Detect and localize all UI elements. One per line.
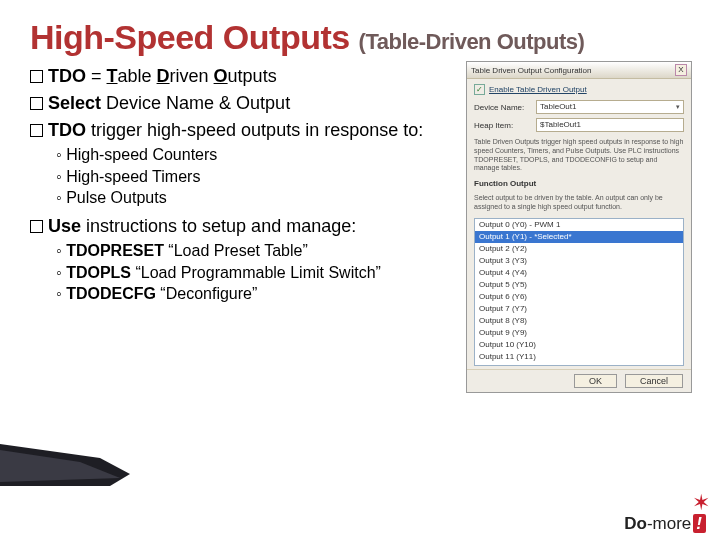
star-icon: ✶ bbox=[692, 490, 710, 515]
list-item[interactable]: Output 10 (Y10) bbox=[475, 339, 683, 351]
bullet-content: TDO = Table Driven Outputs Select Device… bbox=[30, 61, 450, 393]
list-item: High-speed Timers bbox=[56, 166, 450, 188]
list-item[interactable]: Output 0 (Y0) - PWM 1 bbox=[475, 219, 683, 231]
list-item[interactable]: Output 3 (Y3) bbox=[475, 255, 683, 267]
checkbox-icon bbox=[30, 220, 43, 233]
bullet-3-sublist: High-speed Counters High-speed Timers Pu… bbox=[56, 144, 450, 209]
dialog-titlebar: Table Driven Output Configuration X bbox=[467, 62, 691, 79]
bullet-4-sublist: TDOPRESET “Load Preset Table” TDOPLS “Lo… bbox=[56, 240, 450, 305]
title-main: High-Speed Outputs bbox=[30, 18, 350, 56]
description-1: Table Driven Outputs trigger high speed … bbox=[474, 138, 684, 173]
heap-input[interactable]: $TableOut1 bbox=[536, 118, 684, 132]
list-item[interactable]: Output 2 (Y2) bbox=[475, 243, 683, 255]
checkbox-checked-icon: ✓ bbox=[474, 84, 485, 95]
enable-label: Enable Table Driven Output bbox=[489, 85, 587, 94]
slide-title: High-Speed Outputs (Table-Driven Outputs… bbox=[30, 18, 696, 57]
config-dialog: Table Driven Output Configuration X ✓ En… bbox=[466, 61, 692, 393]
list-item: TDOPRESET “Load Preset Table” bbox=[56, 240, 450, 262]
output-listbox[interactable]: Output 0 (Y0) - PWM 1Output 1 (Y1) - *Se… bbox=[474, 218, 684, 366]
devname-input[interactable]: TableOut1▾ bbox=[536, 100, 684, 114]
list-item[interactable]: Output 6 (Y6) bbox=[475, 291, 683, 303]
close-icon[interactable]: X bbox=[675, 64, 687, 76]
bullet-4: Use instructions to setup and manage: bbox=[30, 215, 450, 238]
heap-label: Heap Item: bbox=[474, 121, 530, 130]
list-item: High-speed Counters bbox=[56, 144, 450, 166]
checkbox-icon bbox=[30, 97, 43, 110]
list-item[interactable]: Output 1 (Y1) - *Selected* bbox=[475, 231, 683, 243]
list-item[interactable]: Output 5 (Y5) bbox=[475, 279, 683, 291]
list-item: Pulse Outputs bbox=[56, 187, 450, 209]
description-2: Select output to be driven by the table.… bbox=[474, 194, 684, 212]
bullet-3: TDO trigger high-speed outputs in respon… bbox=[30, 119, 450, 142]
title-sub: (Table-Driven Outputs) bbox=[359, 29, 585, 54]
list-item: TDODECFG “Deconfigure” bbox=[56, 283, 450, 305]
ok-button[interactable]: OK bbox=[574, 374, 617, 388]
bullet-1: TDO = Table Driven Outputs bbox=[30, 65, 450, 88]
domore-logo: ✶ Do-more! bbox=[624, 488, 706, 534]
checkbox-icon bbox=[30, 124, 43, 137]
checkbox-icon bbox=[30, 70, 43, 83]
list-item[interactable]: Output 8 (Y8) bbox=[475, 315, 683, 327]
list-item: TDOPLS “Load Programmable Limit Switch” bbox=[56, 262, 450, 284]
enable-checkbox[interactable]: ✓ Enable Table Driven Output bbox=[474, 84, 684, 95]
bullet-2: Select Device Name & Output bbox=[30, 92, 450, 115]
list-item[interactable]: Output 7 (Y7) bbox=[475, 303, 683, 315]
list-item[interactable]: Output 9 (Y9) bbox=[475, 327, 683, 339]
dialog-title: Table Driven Output Configuration bbox=[471, 66, 592, 75]
list-item[interactable]: Output 4 (Y4) bbox=[475, 267, 683, 279]
chevron-down-icon: ▾ bbox=[676, 101, 680, 113]
cancel-button[interactable]: Cancel bbox=[625, 374, 683, 388]
list-item[interactable]: Output 11 (Y11) bbox=[475, 351, 683, 363]
decorative-shard bbox=[0, 444, 130, 486]
devname-label: Device Name: bbox=[474, 103, 530, 112]
list-item[interactable]: Output 12 (Y12) bbox=[475, 363, 683, 366]
section-header: Function Output bbox=[474, 179, 684, 188]
